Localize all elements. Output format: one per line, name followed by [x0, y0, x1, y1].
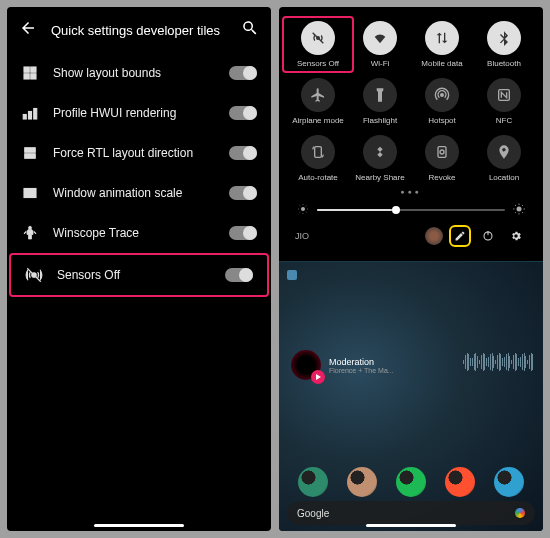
nav-bar[interactable] — [94, 524, 184, 527]
qs-label: Airplane mode — [292, 116, 344, 125]
qs-label: Nearby Share — [355, 173, 404, 182]
tile-label: Sensors Off — [57, 268, 211, 282]
qs-tile-mobile-data[interactable]: Mobile data — [411, 21, 473, 68]
bluetooth-icon — [487, 21, 521, 55]
brightness-slider[interactable] — [287, 201, 535, 219]
svg-point-20 — [440, 150, 444, 154]
qs-tile-revoke[interactable]: Revoke — [411, 135, 473, 182]
tile-label: Window animation scale — [53, 186, 215, 200]
assistant-icon[interactable] — [515, 508, 525, 518]
hotspot-icon — [425, 78, 459, 112]
tile-row-show-layout-bounds[interactable]: Show layout bounds — [7, 53, 271, 93]
tile-row-sensors-off[interactable]: Sensors Off — [9, 253, 269, 297]
power-button[interactable] — [477, 225, 499, 247]
svg-point-22 — [517, 207, 522, 212]
qs-label: Location — [489, 173, 519, 182]
tile-row-winscope-trace[interactable]: Winscope Trace — [7, 213, 271, 253]
brightness-low-icon — [297, 201, 309, 219]
tile-label: Winscope Trace — [53, 226, 215, 240]
svg-rect-5 — [29, 112, 32, 120]
qs-label: Auto-rotate — [298, 173, 338, 182]
svg-rect-19 — [438, 147, 446, 158]
settings-icon[interactable] — [505, 225, 527, 247]
tile-icon — [21, 104, 39, 122]
qs-label: Revoke — [428, 173, 455, 182]
svg-rect-0 — [24, 67, 29, 72]
toggle-switch[interactable] — [229, 186, 257, 200]
wifi-icon — [363, 21, 397, 55]
svg-rect-4 — [23, 115, 26, 120]
search-label: Google — [297, 508, 515, 519]
app-icon-0[interactable] — [298, 467, 328, 497]
tile-icon — [21, 224, 39, 242]
google-search-bar[interactable]: Google — [287, 501, 535, 525]
app-icon-3[interactable] — [445, 467, 475, 497]
toggle-switch[interactable] — [225, 268, 253, 282]
svg-point-11 — [29, 226, 32, 229]
qs-tile-auto-rotate[interactable]: Auto-rotate — [287, 135, 349, 182]
app-icon-1[interactable] — [347, 467, 377, 497]
svg-rect-18 — [315, 147, 322, 158]
carrier-label: JIO — [295, 231, 419, 241]
svg-rect-23 — [488, 231, 489, 235]
user-avatar[interactable] — [425, 227, 443, 245]
qs-tile-airplane-mode[interactable]: Airplane mode — [287, 78, 349, 125]
qs-label: NFC — [496, 116, 512, 125]
toggle-switch[interactable] — [229, 146, 257, 160]
tile-row-profile-hwui-rendering[interactable]: Profile HWUI rendering — [7, 93, 271, 133]
svg-rect-6 — [34, 109, 37, 120]
rotate-icon — [301, 135, 335, 169]
qs-tile-hotspot[interactable]: Hotspot — [411, 78, 473, 125]
qs-label: Wi-Fi — [371, 59, 390, 68]
qs-tile-flashlight[interactable]: Flashlight — [349, 78, 411, 125]
qs-label: Bluetooth — [487, 59, 521, 68]
audio-waveform — [463, 352, 533, 372]
album-art — [291, 350, 321, 380]
nav-bar[interactable] — [366, 524, 456, 527]
tile-row-window-animation-scale[interactable]: Window animation scale — [7, 173, 271, 213]
svg-point-16 — [441, 94, 444, 97]
music-widget[interactable]: Moderation Florence + The Ma... — [291, 350, 394, 380]
svg-rect-3 — [31, 74, 36, 79]
svg-rect-1 — [31, 67, 36, 72]
svg-rect-7 — [25, 148, 36, 153]
tile-icon — [25, 266, 43, 284]
edit-tiles-button[interactable] — [449, 225, 471, 247]
toggle-switch[interactable] — [229, 106, 257, 120]
qs-tile-sensors-off[interactable]: Sensors Off — [282, 16, 354, 73]
sensors-off-icon — [301, 21, 335, 55]
page-dots: ●●● — [287, 188, 535, 195]
tile-label: Force RTL layout direction — [53, 146, 215, 160]
nearby-icon — [363, 135, 397, 169]
tile-label: Show layout bounds — [53, 66, 215, 80]
qs-tile-wi-fi[interactable]: Wi-Fi — [349, 21, 411, 68]
back-icon[interactable] — [19, 19, 37, 41]
tile-icon — [21, 64, 39, 82]
search-icon[interactable] — [241, 19, 259, 41]
tile-icon — [21, 184, 39, 202]
tile-row-force-rtl-layout-direction[interactable]: Force RTL layout direction — [7, 133, 271, 173]
page-title: Quick settings developer tiles — [51, 23, 227, 38]
brightness-high-icon — [513, 201, 525, 219]
qs-tile-nfc[interactable]: NFC — [473, 78, 535, 125]
svg-rect-2 — [24, 74, 29, 79]
app-icon-2[interactable] — [396, 467, 426, 497]
svg-point-21 — [301, 207, 305, 211]
toggle-switch[interactable] — [229, 226, 257, 240]
qs-label: Flashlight — [363, 116, 397, 125]
nfc-icon — [487, 78, 521, 112]
qs-label: Sensors Off — [297, 59, 339, 68]
qs-label: Mobile data — [421, 59, 462, 68]
location-icon — [487, 135, 521, 169]
play-icon[interactable] — [311, 370, 325, 384]
mobile-data-icon — [425, 21, 459, 55]
qs-tile-bluetooth[interactable]: Bluetooth — [473, 21, 535, 68]
qs-tile-location[interactable]: Location — [473, 135, 535, 182]
app-icon-4[interactable] — [494, 467, 524, 497]
tile-label: Profile HWUI rendering — [53, 106, 215, 120]
qs-tile-nearby-share[interactable]: Nearby Share — [349, 135, 411, 182]
svg-rect-10 — [26, 191, 34, 196]
qs-label: Hotspot — [428, 116, 456, 125]
status-icon — [287, 266, 297, 284]
toggle-switch[interactable] — [229, 66, 257, 80]
